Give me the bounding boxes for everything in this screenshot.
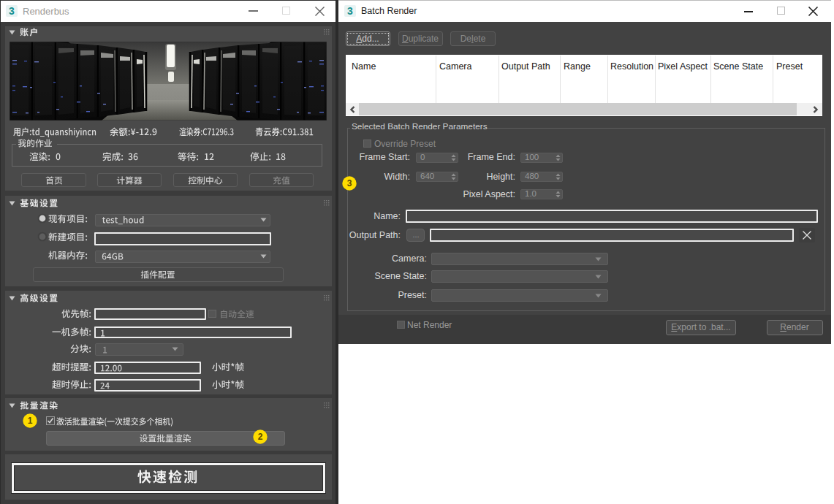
svg-text:3: 3 bbox=[9, 5, 15, 17]
svg-text:1: 1 bbox=[28, 416, 33, 426]
svg-text:2: 2 bbox=[258, 432, 263, 442]
svg-text:3: 3 bbox=[347, 178, 352, 188]
svg-text:3: 3 bbox=[347, 5, 353, 17]
